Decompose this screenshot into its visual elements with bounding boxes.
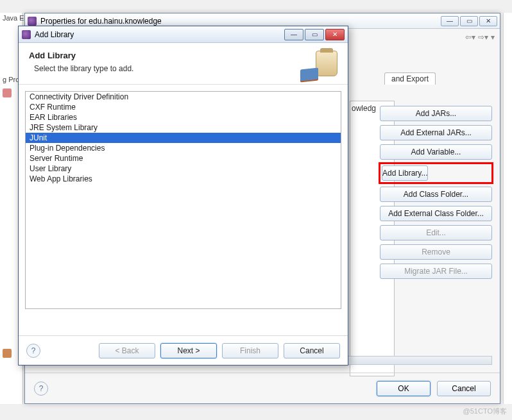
library-type-item[interactable]: CXF Runtime bbox=[26, 102, 341, 112]
library-type-item[interactable]: Plug-in Dependencies bbox=[26, 143, 341, 153]
finish-button: Finish bbox=[222, 343, 278, 358]
dialog-subtitle: Select the library type to add. bbox=[29, 64, 304, 73]
add-class-folder-button[interactable]: Add Class Folder... bbox=[380, 187, 492, 202]
help-icon[interactable]: ? bbox=[34, 382, 48, 396]
add-library-dialog: Add Library — ▭ ✕ Add Library Select the… bbox=[18, 26, 348, 365]
tab-order-export[interactable]: and Export bbox=[384, 72, 436, 85]
tab-strip: and Export bbox=[384, 72, 495, 87]
back-arrow-icon[interactable]: ⇦▾ bbox=[465, 33, 475, 42]
library-type-item[interactable]: JUnit bbox=[26, 133, 341, 143]
dialog-titlebar[interactable]: Add Library — ▭ ✕ bbox=[19, 26, 348, 43]
library-type-item[interactable]: Connectivity Driver Definition bbox=[26, 92, 341, 102]
eclipse-icon bbox=[28, 17, 37, 26]
dialog-title: Add Library bbox=[35, 30, 74, 39]
perspective-label: Java E bbox=[0, 13, 22, 23]
help-icon[interactable]: ? bbox=[26, 344, 40, 358]
highlight-annotation: Add Library... bbox=[379, 162, 493, 184]
library-type-item[interactable]: User Library bbox=[26, 164, 341, 174]
back-button: < Back bbox=[99, 343, 155, 358]
cancel-button[interactable]: Cancel bbox=[437, 381, 491, 396]
dialog-header: Add Library Select the library type to a… bbox=[19, 43, 348, 85]
properties-footer: ? OK Cancel bbox=[25, 373, 500, 403]
tree-node-icon bbox=[3, 88, 12, 97]
dialog-footer: ? < Back Next > Finish Cancel bbox=[19, 335, 348, 365]
migrate-jar-button: Migrate JAR File... bbox=[380, 264, 492, 279]
ok-button[interactable]: OK bbox=[377, 381, 431, 396]
maximize-button[interactable]: ▭ bbox=[460, 16, 478, 26]
library-type-item[interactable]: EAR Libraries bbox=[26, 112, 341, 122]
library-type-item[interactable]: Server Runtime bbox=[26, 153, 341, 164]
build-path-buttons: Add JARs... Add External JARs... Add Var… bbox=[380, 106, 492, 279]
forward-arrow-icon[interactable]: ⇨▾ bbox=[478, 33, 488, 42]
add-external-jars-button[interactable]: Add External JARs... bbox=[380, 125, 492, 140]
properties-title: Properties for edu.hainu.knowledge bbox=[40, 17, 162, 26]
editor-peek bbox=[503, 13, 512, 404]
next-button[interactable]: Next > bbox=[160, 343, 217, 358]
add-external-class-folder-button[interactable]: Add External Class Folder... bbox=[380, 206, 492, 221]
close-button[interactable]: ✕ bbox=[479, 16, 497, 26]
add-jars-button[interactable]: Add JARs... bbox=[380, 106, 492, 121]
eclipse-icon bbox=[22, 30, 31, 39]
remove-button: Remove bbox=[380, 244, 492, 260]
maximize-button[interactable]: ▭ bbox=[305, 29, 324, 40]
nav-history[interactable]: ⇦▾ ⇨▾ ▾ bbox=[465, 33, 495, 42]
add-library-button[interactable]: Add Library... bbox=[382, 165, 428, 181]
library-jar-icon bbox=[304, 51, 337, 79]
edit-button: Edit... bbox=[380, 225, 492, 240]
dialog-heading: Add Library bbox=[29, 51, 304, 60]
library-type-list[interactable]: Connectivity Driver DefinitionCXF Runtim… bbox=[25, 91, 341, 309]
cancel-button[interactable]: Cancel bbox=[284, 343, 340, 358]
watermark: @51CTO博客 bbox=[463, 407, 507, 416]
library-type-item[interactable]: Web App Libraries bbox=[26, 174, 341, 184]
add-variable-button[interactable]: Add Variable... bbox=[380, 144, 492, 160]
close-button[interactable]: ✕ bbox=[325, 29, 345, 40]
library-type-item[interactable]: JRE System Library bbox=[26, 122, 341, 133]
minimize-button[interactable]: — bbox=[284, 29, 303, 40]
minimize-button[interactable]: — bbox=[441, 16, 459, 26]
menu-arrow-icon[interactable]: ▾ bbox=[491, 33, 495, 42]
tree-node-icon bbox=[3, 349, 12, 358]
